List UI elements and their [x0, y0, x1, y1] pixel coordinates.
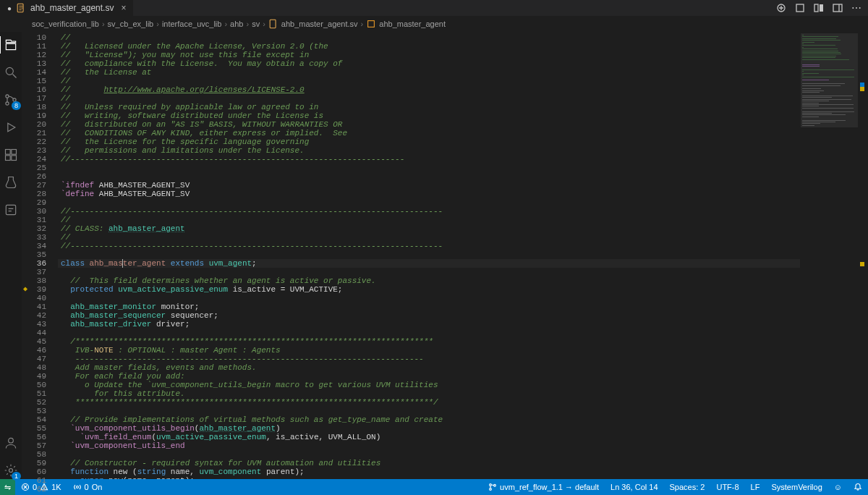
code-line[interactable]: //--------------------------------------… — [58, 155, 800, 164]
ports-count: 0 — [85, 483, 89, 491]
code-line[interactable]: // http://www.apache.org/licenses/LICENS… — [58, 85, 800, 94]
code-line[interactable]: ahb_master_driver driver; — [58, 320, 800, 329]
extensions-activity-icon[interactable] — [2, 146, 20, 164]
source-control-activity-icon[interactable]: 8 — [2, 91, 20, 109]
code-line[interactable]: class ahb_master_agent extends uvm_agent… — [58, 259, 800, 268]
main-area: 8 1 10111213141516 — [0, 32, 868, 479]
run-debug-activity-icon[interactable] — [2, 119, 20, 136]
breadcrumb-item[interactable]: ahb_master_agent — [379, 20, 446, 28]
code-line[interactable]: protected uvm_active_passive_enum is_act… — [58, 285, 800, 294]
line-number: 62 — [22, 485, 58, 494]
run-file-icon[interactable] — [794, 2, 806, 14]
code-line[interactable] — [58, 407, 800, 415]
line-number: 28 — [22, 190, 58, 198]
breadcrumb-item[interactable]: sv — [252, 20, 260, 28]
line-number: 26 — [22, 172, 58, 181]
code-line[interactable]: // CLASS: ahb_master_agent — [58, 224, 800, 233]
code-line[interactable]: Add master fields, events and methods. — [58, 363, 800, 372]
code-line[interactable]: /***************************************… — [58, 337, 800, 346]
code-line[interactable]: `uvm_component_utils_begin(ahb_master_ag… — [58, 424, 800, 433]
dirty-indicator-icon: ● — [7, 4, 12, 12]
code-line[interactable] — [58, 250, 800, 259]
explorer-activity-icon[interactable] — [2, 36, 20, 54]
breadcrumb-item[interactable]: sv_cb_ex_lib — [108, 20, 154, 28]
split-editor-icon[interactable] — [813, 2, 825, 14]
code-line[interactable] — [58, 268, 800, 276]
code-line[interactable]: For each field you add: — [58, 372, 800, 381]
code-line[interactable]: // Licensed under the Apache License, Ve… — [58, 42, 800, 51]
code-line[interactable]: o Update the `uvm_component_utils_begin … — [58, 381, 800, 389]
indentation-status[interactable]: Spaces: 2 — [664, 479, 711, 495]
code-line[interactable]: ****************************************… — [58, 398, 800, 407]
code-line[interactable] — [58, 294, 800, 302]
testing-activity-icon[interactable] — [2, 174, 20, 191]
code-editor[interactable]: //// Licensed under the Apache License, … — [58, 32, 800, 479]
code-line[interactable]: // the License at — [58, 68, 800, 77]
code-line[interactable]: // — [58, 216, 800, 224]
code-line[interactable]: ahb_master_monitor monitor; — [58, 302, 800, 311]
eol-label: LF — [751, 483, 760, 491]
overview-ruler[interactable] — [858, 32, 868, 479]
code-line[interactable]: //--------------------------------------… — [58, 242, 800, 250]
minimap-line — [802, 52, 841, 53]
code-line[interactable]: // This field determines whether an agen… — [58, 276, 800, 285]
code-line[interactable]: // distributed on an "AS IS" BASIS, WITH… — [58, 120, 800, 129]
project-manager-activity-icon[interactable] — [2, 201, 20, 219]
code-line[interactable]: super.new(name, parent); — [58, 476, 800, 479]
code-line[interactable]: `ifndef AHB_MASTER_AGENT_SV — [58, 181, 800, 190]
code-line[interactable]: // Provide implementations of virtual me… — [58, 415, 800, 424]
code-line[interactable]: // "License"); you may not use this file… — [58, 51, 800, 59]
eol-status[interactable]: LF — [745, 479, 766, 495]
accounts-activity-icon[interactable] — [2, 434, 20, 452]
code-line[interactable]: `define AHB_MASTER_AGENT_SV — [58, 190, 800, 198]
language-mode-status[interactable]: SystemVerilog — [765, 479, 827, 495]
code-line[interactable]: // — [58, 33, 800, 42]
line-number: 38 — [22, 276, 58, 285]
code-line[interactable]: // permissions and limitations under the… — [58, 146, 800, 155]
settings-activity-icon[interactable]: 1 — [2, 462, 20, 479]
breadcrumb-item[interactable]: soc_verification_lib — [32, 20, 99, 28]
code-line[interactable] — [58, 198, 800, 207]
compare-changes-icon[interactable] — [775, 2, 787, 14]
code-line[interactable]: // Unless required by applicable law or … — [58, 103, 800, 111]
encoding-status[interactable]: UTF-8 — [710, 479, 744, 495]
code-line[interactable]: ahb_master_sequencer sequencer; — [58, 311, 800, 320]
code-line[interactable]: for this attribute. — [58, 389, 800, 398]
code-line[interactable] — [58, 450, 800, 459]
code-line[interactable]: // compliance with the License. You may … — [58, 59, 800, 68]
code-line[interactable]: // the License for the specific language… — [58, 138, 800, 146]
remote-indicator[interactable]: ⇋ — [0, 479, 15, 495]
ports-status[interactable]: 0 On — [67, 479, 109, 495]
code-line[interactable] — [58, 172, 800, 181]
code-line[interactable]: `uvm_field_enum(uvm_active_passive_enum,… — [58, 433, 800, 441]
code-line[interactable]: //--------------------------------------… — [58, 207, 800, 216]
search-activity-icon[interactable] — [2, 64, 20, 81]
code-line[interactable]: // — [58, 94, 800, 103]
cursor-position-status[interactable]: Ln 36, Col 14 — [605, 479, 663, 495]
token: ahb_master_agent — [199, 424, 276, 433]
tab-close-button[interactable]: × — [121, 4, 126, 12]
breadcrumb-item[interactable]: ahb_master_agent.sv — [281, 20, 358, 28]
code-line[interactable]: // writing, software distributed under t… — [58, 111, 800, 120]
more-actions-button[interactable]: ⋯ — [851, 2, 862, 14]
code-line[interactable]: // CONDITIONS OF ANY KIND, either expres… — [58, 129, 800, 138]
minimap[interactable] — [800, 32, 858, 479]
code-line[interactable]: function new (string name, uvm_component… — [58, 468, 800, 476]
code-line[interactable]: `uvm_component_utils_end — [58, 441, 800, 450]
svg-rect-19 — [6, 205, 15, 214]
breadcrumb-item[interactable]: ahb — [230, 20, 243, 28]
code-line[interactable]: IVB-NOTE : OPTIONAL : master Agent : Age… — [58, 346, 800, 355]
breadcrumb[interactable]: soc_verification_lib›sv_cb_ex_lib›interf… — [0, 16, 868, 32]
code-line[interactable]: ----------------------------------------… — [58, 355, 800, 363]
code-line[interactable] — [58, 329, 800, 337]
feedback-status[interactable]: ☺ — [828, 479, 848, 495]
breadcrumb-item[interactable]: interface_uvc_lib — [162, 20, 222, 28]
code-line[interactable]: // Constructor - required syntax for UVM… — [58, 459, 800, 468]
notifications-status[interactable] — [848, 479, 868, 495]
code-line[interactable]: // — [58, 233, 800, 242]
code-line[interactable] — [58, 164, 800, 172]
code-line[interactable]: // — [58, 77, 800, 85]
git-branch-status[interactable]: uvm_ref_flow_1.1 → default — [482, 479, 605, 495]
editor-tab[interactable]: ● ahb_master_agent.sv × — [0, 0, 134, 16]
toggle-secondary-sidebar-icon[interactable] — [832, 2, 843, 14]
